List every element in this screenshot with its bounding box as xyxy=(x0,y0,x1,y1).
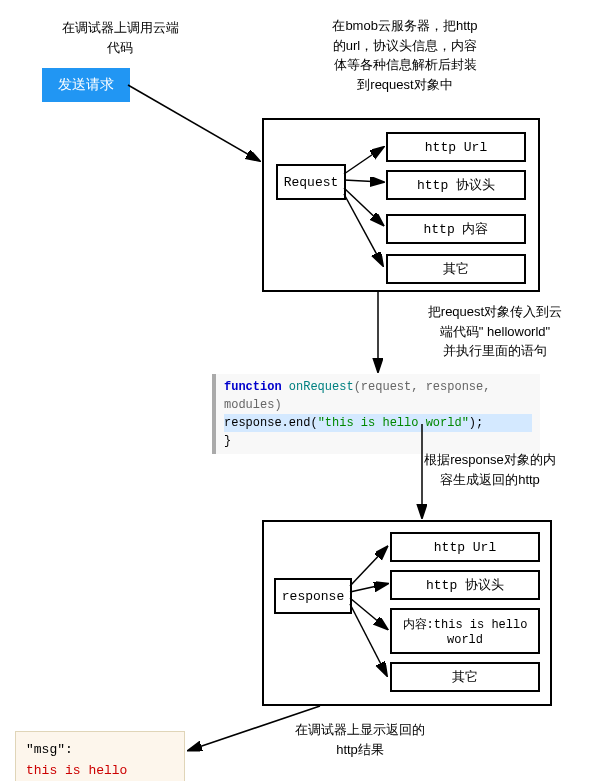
caption-debugger-call: 在调试器上调用云端代码 xyxy=(40,18,200,57)
code-line-3: } xyxy=(224,432,532,450)
response-item-header: http 协议头 xyxy=(390,570,540,600)
response-item-body: 内容:this is helloworld xyxy=(390,608,540,654)
request-item-header: http 协议头 xyxy=(386,170,526,200)
result-display: "msg": this is hello world xyxy=(15,731,185,781)
request-container: Request http Url http 协议头 http 内容 其它 xyxy=(262,118,540,292)
caption-pass-request: 把request对象传入到云端代码" helloworld"并执行里面的语句 xyxy=(395,302,595,361)
response-item-url: http Url xyxy=(390,532,540,562)
result-key: "msg": xyxy=(26,740,174,761)
code-line-1: function onRequest(request, response, mo… xyxy=(224,378,532,414)
request-label-box: Request xyxy=(276,164,346,200)
svg-line-0 xyxy=(128,85,258,160)
code-snippet: function onRequest(request, response, mo… xyxy=(212,374,540,454)
response-label-box: response xyxy=(274,578,352,614)
request-item-body: http 内容 xyxy=(386,214,526,244)
code-line-2: response.end("this is hello world"); xyxy=(224,414,532,432)
result-value: this is hello world xyxy=(26,761,174,781)
request-item-url: http Url xyxy=(386,132,526,162)
caption-generate-response: 根据response对象的内容生成返回的http xyxy=(390,450,590,489)
caption-display-result: 在调试器上显示返回的http结果 xyxy=(260,720,460,759)
response-item-other: 其它 xyxy=(390,662,540,692)
send-request-button[interactable]: 发送请求 xyxy=(42,68,130,102)
request-item-other: 其它 xyxy=(386,254,526,284)
response-container: response http Url http 协议头 内容:this is he… xyxy=(262,520,552,706)
caption-bmob-parse: 在bmob云服务器，把http的url，协议头信息，内容体等各种信息解析后封装到… xyxy=(300,16,510,94)
